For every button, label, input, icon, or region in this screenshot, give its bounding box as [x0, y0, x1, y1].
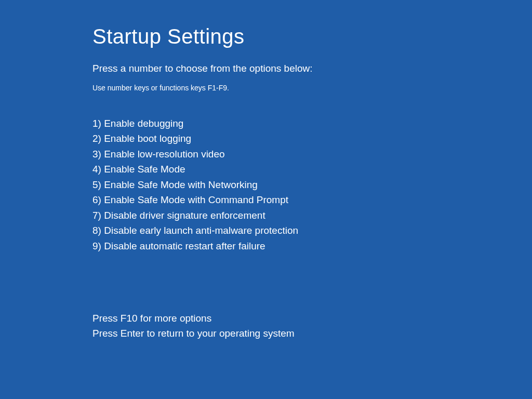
option-9[interactable]: 9) Disable automatic restart after failu… [92, 238, 532, 254]
option-label: Enable Safe Mode with Networking [104, 179, 258, 190]
option-label: Enable Safe Mode with Command Prompt [104, 194, 288, 205]
option-label: Disable automatic restart after failure [104, 241, 265, 251]
option-number: 9 [92, 241, 98, 251]
option-label: Enable Safe Mode [104, 164, 185, 175]
more-options-hint: Press F10 for more options [92, 311, 532, 326]
option-1[interactable]: 1) Enable debugging [92, 116, 532, 131]
option-6[interactable]: 6) Enable Safe Mode with Command Prompt [92, 192, 532, 207]
option-number: 8 [92, 225, 98, 236]
option-label: Enable debugging [104, 118, 183, 129]
option-5[interactable]: 5) Enable Safe Mode with Networking [92, 177, 532, 192]
option-number: 3 [92, 149, 98, 159]
option-label: Disable early launch anti-malware protec… [104, 225, 298, 236]
option-label: Enable low-resolution video [104, 149, 224, 159]
option-label: Enable boot logging [104, 133, 191, 144]
startup-settings-screen: Startup Settings Press a number to choos… [0, 0, 532, 341]
option-number: 7 [92, 210, 98, 221]
option-8[interactable]: 8) Disable early launch anti-malware pro… [92, 223, 532, 238]
option-3[interactable]: 3) Enable low-resolution video [92, 147, 532, 162]
options-list: 1) Enable debugging 2) Enable boot loggi… [92, 116, 532, 254]
option-number: 1 [92, 118, 98, 129]
option-label: Disable driver signature enforcement [104, 210, 265, 221]
option-2[interactable]: 2) Enable boot logging [92, 131, 532, 146]
hint-text: Use number keys or functions keys F1-F9. [92, 84, 532, 92]
option-number: 4 [92, 164, 98, 175]
option-4[interactable]: 4) Enable Safe Mode [92, 162, 532, 177]
option-number: 6 [92, 194, 98, 205]
option-number: 2 [92, 133, 98, 144]
page-title: Startup Settings [92, 25, 532, 48]
option-7[interactable]: 7) Disable driver signature enforcement [92, 208, 532, 223]
option-number: 5 [92, 179, 98, 190]
instruction-text: Press a number to choose from the option… [92, 63, 532, 74]
return-hint: Press Enter to return to your operating … [92, 326, 532, 341]
